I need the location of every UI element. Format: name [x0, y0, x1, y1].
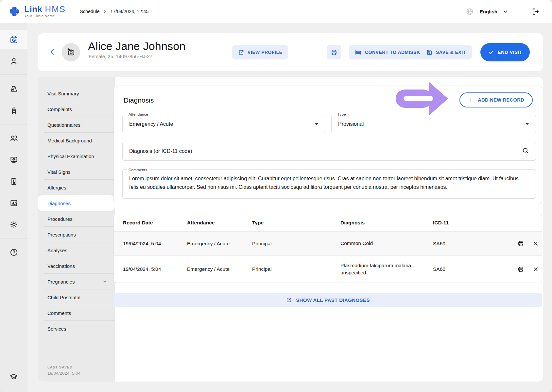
nav-item-physical-examination[interactable]: Physical Examination: [38, 148, 115, 164]
gear-icon: [9, 220, 18, 229]
pill-bottle-icon: [9, 106, 18, 115]
monitor-settings-icon: [9, 155, 18, 164]
language-selector-label[interactable]: English: [480, 9, 497, 14]
nav-item-prescriptions[interactable]: Prescriptions: [38, 227, 115, 242]
diagnosis-search-field: [122, 142, 536, 161]
type-select[interactable]: Type Provisional: [331, 115, 536, 133]
add-photo-camera-icon: [66, 48, 76, 57]
rail-learning-button[interactable]: [0, 368, 27, 386]
nav-item-allergies[interactable]: Allergies: [38, 180, 115, 195]
cell-type: Principal: [252, 266, 340, 272]
rail-help-button[interactable]: [0, 243, 27, 261]
delete-record-button[interactable]: [533, 241, 539, 247]
diagnosis-form-card: Diagnosis ADD NEW RECORD Attendance Emer…: [113, 86, 542, 204]
printer-icon: [331, 49, 337, 56]
breadcrumb-schedule-link[interactable]: Schedule: [80, 9, 99, 14]
nav-item-analyses[interactable]: Analyses: [38, 242, 115, 258]
chevron-down-icon: [102, 279, 108, 284]
patient-meta: Female, 35, 14097856-HJ-27: [89, 54, 152, 59]
end-visit-button[interactable]: END VISIT: [480, 43, 530, 61]
add-new-record-button[interactable]: ADD NEW RECORD: [459, 92, 533, 107]
rail-divider: [0, 74, 27, 75]
chevron-down-icon: [502, 8, 509, 15]
attendance-select[interactable]: Attendance Emergency / Acute: [122, 115, 325, 133]
cell-type: Principal: [252, 241, 340, 247]
search-icon[interactable]: [522, 147, 529, 155]
rail-patients-button[interactable]: [0, 52, 27, 70]
nav-item-pregnancies[interactable]: Pregnancies: [38, 274, 115, 289]
breadcrumb: Schedule 17/04/2024, 12:45: [80, 9, 148, 14]
brand-logo[interactable]: Link HMS Your Clinic Name: [0, 5, 72, 18]
show-all-past-diagnoses-button[interactable]: SHOW ALL PAST DIAGNOSES: [113, 293, 542, 307]
caret-down-icon: [525, 123, 529, 125]
table-header-row: Record Date Attendance Type Diagnosis IC…: [114, 214, 542, 232]
comments-field[interactable]: Comments Lorem ipsum dolor sit amet, con…: [122, 169, 536, 199]
nav-item-services[interactable]: Services: [38, 321, 115, 336]
nav-item-visit-summary[interactable]: Visit Summary: [38, 86, 115, 101]
lab-scale-icon: [9, 85, 18, 93]
diagnosis-search-input[interactable]: [129, 148, 518, 154]
last-saved-label: LAST SAVED: [47, 365, 80, 369]
rail-reports-button[interactable]: [0, 194, 27, 212]
rail-billing-button[interactable]: $: [0, 172, 27, 190]
language-dropdown-button[interactable]: [502, 8, 509, 15]
rail-laboratory-button[interactable]: [0, 80, 27, 98]
cell-icd11: SA60: [433, 266, 494, 272]
cell-record-date: 19/04/2024, 5:04: [114, 241, 187, 247]
rail-schedule-button[interactable]: [0, 30, 27, 49]
nav-item-child-postnatal[interactable]: Child Postnatal: [38, 289, 115, 305]
visit-nav-panel: Visit Summary Complaints Questionnaires …: [38, 77, 115, 382]
nav-item-comments[interactable]: Comments: [38, 305, 115, 321]
chevron-left-icon: [48, 48, 57, 56]
logout-button[interactable]: [531, 8, 540, 16]
col-type: Type: [252, 220, 340, 226]
nav-item-diagnoses[interactable]: Diagnoses: [38, 195, 115, 211]
col-record-date: Record Date: [114, 220, 187, 226]
nav-item-complaints[interactable]: Complaints: [38, 101, 115, 117]
rail-staff-button[interactable]: [0, 129, 27, 147]
back-button[interactable]: [48, 48, 57, 57]
nav-item-medical-background[interactable]: Medical Background: [38, 133, 115, 148]
last-saved-value: 19/04/2024, 5:04: [47, 371, 80, 376]
rail-medications-button[interactable]: [0, 102, 27, 120]
rail-settings-button[interactable]: [0, 215, 27, 234]
chart-report-icon: [9, 199, 18, 207]
col-attendance: Attendance: [187, 220, 252, 226]
nav-item-questionnaires[interactable]: Questionnaires: [38, 117, 115, 133]
patient-avatar-add-photo[interactable]: [62, 43, 80, 61]
view-profile-button[interactable]: VIEW PROFILE: [232, 45, 288, 59]
medical-cross-logo-icon: [8, 5, 21, 18]
svg-text:$: $: [13, 179, 14, 182]
rail-divider: [0, 124, 27, 124]
icon-rail: $: [0, 23, 27, 392]
patient-name: Alice Jane Johnson: [88, 40, 185, 53]
cell-attendance: Emergency / Acute: [187, 266, 252, 272]
diagnosis-records-table: Record Date Attendance Type Diagnosis IC…: [113, 214, 542, 283]
comments-label: Comments: [127, 167, 149, 173]
breadcrumb-current: 17/04/2024, 12:45: [110, 9, 148, 14]
save-and-exit-button[interactable]: SAVE & EXIT: [420, 45, 472, 59]
caret-down-icon: [315, 123, 319, 125]
col-icd11: ICD-11: [433, 220, 494, 226]
print-visit-button[interactable]: [327, 45, 341, 59]
attendance-value: Emergency / Acute: [129, 121, 173, 127]
top-bar: Link HMS Your Clinic Name Schedule 17/04…: [0, 0, 552, 23]
rail-workstation-button[interactable]: [0, 151, 27, 169]
print-record-button[interactable]: [517, 240, 524, 247]
logout-icon: [531, 8, 540, 16]
print-record-button[interactable]: [517, 266, 524, 273]
nav-item-vital-signs[interactable]: Vital Signs: [38, 164, 115, 180]
help-icon: [9, 248, 18, 257]
delete-record-button[interactable]: [533, 266, 539, 272]
last-saved: LAST SAVED 19/04/2024, 5:04: [47, 365, 80, 376]
cell-record-date: 19/04/2024, 5:04: [114, 266, 187, 272]
app-window: Link HMS Your Clinic Name Schedule 17/04…: [0, 0, 552, 392]
attendance-label: Attendance: [127, 112, 150, 116]
convert-to-admission-button[interactable]: CONVERT TO ADMISSION: [349, 45, 431, 59]
external-link-icon: [286, 297, 292, 303]
nav-item-vaccinations[interactable]: Vaccinations: [38, 258, 115, 274]
graduation-cap-icon: [9, 372, 18, 381]
brand-name: Link HMS: [24, 5, 66, 13]
nav-item-procedures[interactable]: Procedures: [38, 211, 115, 227]
type-value: Provisional: [338, 121, 364, 127]
